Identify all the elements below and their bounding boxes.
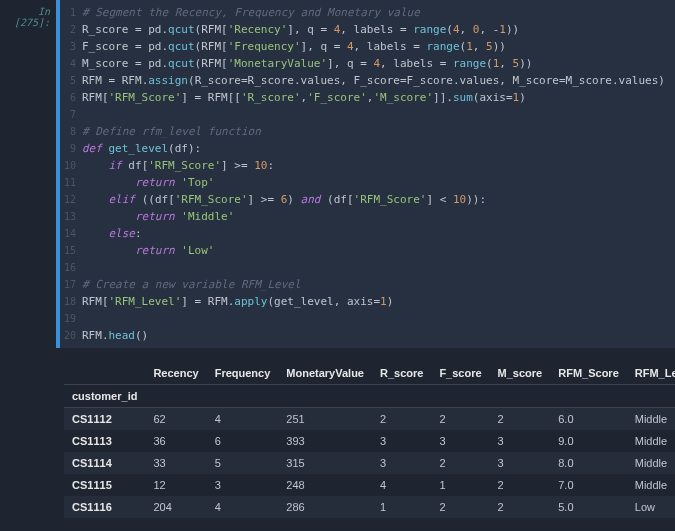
cell: 248	[278, 474, 372, 496]
cell: 1	[372, 496, 431, 518]
cell: 62	[145, 408, 206, 431]
row-index: CS1115	[64, 474, 145, 496]
cell: Middle	[627, 430, 675, 452]
code-source[interactable]: return 'Middle'	[82, 208, 675, 225]
cell: 2	[431, 408, 489, 431]
code-source[interactable]: elif ((df['RFM_Score'] >= 6) and (df['RF…	[82, 191, 675, 208]
line-number: 4	[60, 55, 82, 72]
code-source[interactable]	[82, 259, 675, 276]
line-number: 3	[60, 38, 82, 55]
table-index-header-row: customer_id	[64, 385, 675, 408]
cell: 5	[207, 452, 279, 474]
code-line[interactable]: 9def get_level(df):	[60, 140, 675, 157]
cell: 9.0	[550, 430, 627, 452]
code-source[interactable]: return 'Top'	[82, 174, 675, 191]
code-source[interactable]: def get_level(df):	[82, 140, 675, 157]
code-line[interactable]: 13 return 'Middle'	[60, 208, 675, 225]
code-line[interactable]: 3F_score = pd.qcut(RFM['Frequency'], q =…	[60, 38, 675, 55]
code-editor[interactable]: 1# Segment the Recency, Frequency and Mo…	[56, 0, 675, 348]
code-line[interactable]: 18RFM['RFM_Level'] = RFM.apply(get_level…	[60, 293, 675, 310]
cell: Middle	[627, 474, 675, 496]
code-source[interactable]: RFM['RFM_Level'] = RFM.apply(get_level, …	[82, 293, 675, 310]
code-source[interactable]: RFM['RFM_Score'] = RFM[['R_score','F_sco…	[82, 89, 675, 106]
code-source[interactable]: # Define rfm_level function	[82, 123, 675, 140]
cell: 286	[278, 496, 372, 518]
index-name: customer_id	[64, 385, 145, 408]
column-header: RFM_Score	[550, 362, 627, 385]
code-line[interactable]: 11 return 'Top'	[60, 174, 675, 191]
code-line[interactable]: 20RFM.head()	[60, 327, 675, 344]
line-number: 16	[60, 259, 82, 276]
code-line[interactable]: 15 return 'Low'	[60, 242, 675, 259]
line-number: 10	[60, 157, 82, 174]
line-number: 6	[60, 89, 82, 106]
column-header: R_score	[372, 362, 431, 385]
line-number: 17	[60, 276, 82, 293]
cell: 3	[372, 430, 431, 452]
cell: 204	[145, 496, 206, 518]
code-source[interactable]: return 'Low'	[82, 242, 675, 259]
line-number: 7	[60, 106, 82, 123]
code-line[interactable]: 4M_score = pd.qcut(RFM['MonetaryValue'],…	[60, 55, 675, 72]
cell: 2	[431, 452, 489, 474]
table-row: CS111620442861225.0Low	[64, 496, 675, 518]
line-number: 1	[60, 4, 82, 21]
cell: 3	[207, 474, 279, 496]
code-line[interactable]: 5RFM = RFM.assign(R_score=R_score.values…	[60, 72, 675, 89]
dataframe-table: RecencyFrequencyMonetaryValueR_scoreF_sc…	[64, 362, 675, 518]
input-prompt: In [275]:	[0, 0, 56, 348]
code-line[interactable]: 2R_score = pd.qcut(RFM['Recency'], q = 4…	[60, 21, 675, 38]
row-index: CS1113	[64, 430, 145, 452]
line-number: 15	[60, 242, 82, 259]
cell: 251	[278, 408, 372, 431]
code-line[interactable]: 16	[60, 259, 675, 276]
code-source[interactable]	[82, 310, 675, 327]
code-source[interactable]: R_score = pd.qcut(RFM['Recency'], q = 4,…	[82, 21, 675, 38]
code-line[interactable]: 19	[60, 310, 675, 327]
code-source[interactable]: RFM.head()	[82, 327, 675, 344]
line-number: 19	[60, 310, 82, 327]
line-number: 12	[60, 191, 82, 208]
cell: 6	[207, 430, 279, 452]
code-line[interactable]: 8# Define rfm_level function	[60, 123, 675, 140]
column-header: Frequency	[207, 362, 279, 385]
code-line[interactable]: 1# Segment the Recency, Frequency and Mo…	[60, 4, 675, 21]
cell: 7.0	[550, 474, 627, 496]
table-row: CS11126242512226.0Middle	[64, 408, 675, 431]
code-source[interactable]: F_score = pd.qcut(RFM['Frequency'], q = …	[82, 38, 675, 55]
table-row: CS11151232484127.0Middle	[64, 474, 675, 496]
code-source[interactable]: M_score = pd.qcut(RFM['MonetaryValue'], …	[82, 55, 675, 72]
code-source[interactable]: if df['RFM_Score'] >= 10:	[82, 157, 675, 174]
code-source[interactable]: # Segment the Recency, Frequency and Mon…	[82, 4, 675, 21]
cell: 393	[278, 430, 372, 452]
cell: 4	[207, 496, 279, 518]
table-header-row: RecencyFrequencyMonetaryValueR_scoreF_sc…	[64, 362, 675, 385]
code-source[interactable]: # Create a new variable RFM_Level	[82, 276, 675, 293]
cell: 6.0	[550, 408, 627, 431]
code-source[interactable]	[82, 106, 675, 123]
line-number: 2	[60, 21, 82, 38]
cell: 2	[490, 408, 551, 431]
cell: 2	[372, 408, 431, 431]
cell: 2	[490, 474, 551, 496]
cell: 3	[490, 430, 551, 452]
line-number: 9	[60, 140, 82, 157]
column-header: F_score	[431, 362, 489, 385]
cell: Middle	[627, 408, 675, 431]
code-line[interactable]: 10 if df['RFM_Score'] >= 10:	[60, 157, 675, 174]
cell: Low	[627, 496, 675, 518]
column-header: MonetaryValue	[278, 362, 372, 385]
code-source[interactable]: RFM = RFM.assign(R_score=R_score.values,…	[82, 72, 675, 89]
code-line[interactable]: 12 elif ((df['RFM_Score'] >= 6) and (df[…	[60, 191, 675, 208]
code-cell: In [275]: 1# Segment the Recency, Freque…	[0, 0, 675, 348]
code-source[interactable]: else:	[82, 225, 675, 242]
cell: 2	[490, 496, 551, 518]
line-number: 5	[60, 72, 82, 89]
cell: 2	[431, 496, 489, 518]
code-line[interactable]: 14 else:	[60, 225, 675, 242]
line-number: 14	[60, 225, 82, 242]
code-line[interactable]: 17# Create a new variable RFM_Level	[60, 276, 675, 293]
code-line[interactable]: 6RFM['RFM_Score'] = RFM[['R_score','F_sc…	[60, 89, 675, 106]
line-number: 13	[60, 208, 82, 225]
code-line[interactable]: 7	[60, 106, 675, 123]
